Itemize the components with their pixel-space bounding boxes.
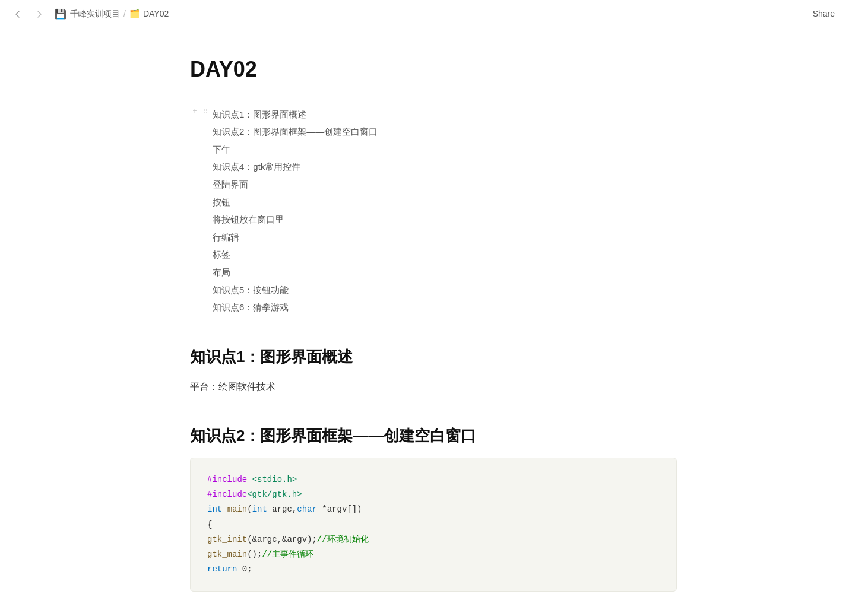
forward-button[interactable] xyxy=(31,6,47,23)
toc-link-5[interactable]: 登陆界面 xyxy=(213,179,248,189)
breadcrumb-current: DAY02 xyxy=(143,7,169,20)
nav-arrows xyxy=(9,6,47,23)
toc-controls-row: + ⠿ 知识点1：图形界面概述 知识点2：图形界面框架——创建空白窗口 下午 知… xyxy=(190,106,677,316)
toc-link-7[interactable]: 将按钮放在窗口里 xyxy=(213,214,284,224)
section-2: 知识点2：图形界面框架——创建空白窗口 #include <stdio.h> #… xyxy=(190,424,677,592)
code-line-8: return 0; xyxy=(207,562,660,577)
toc-add-button[interactable]: + xyxy=(190,107,199,116)
toc-list: 知识点1：图形界面概述 知识点2：图形界面框架——创建空白窗口 下午 知识点4：… xyxy=(213,106,378,316)
breadcrumb-separator: / xyxy=(123,7,126,20)
toc-link-8[interactable]: 行编辑 xyxy=(213,232,239,242)
topbar: 💾 千峰实训项目 / 🗂️ DAY02 Share xyxy=(0,0,849,28)
code-line-4: { xyxy=(207,517,660,532)
toc-item-11: 知识点5：按钮功能 xyxy=(213,281,378,299)
toc-item-9: 标签 xyxy=(213,246,378,263)
toc-link-2[interactable]: 知识点2：图形界面框架——创建空白窗口 xyxy=(213,126,378,136)
breadcrumb: 千峰实训项目 / 🗂️ DAY02 xyxy=(70,7,808,20)
toc-link-4[interactable]: 知识点4：gtk常用控件 xyxy=(213,161,300,172)
toc-item-10: 布局 xyxy=(213,263,378,281)
toc-link-6[interactable]: 按钮 xyxy=(213,197,230,207)
toc-link-3[interactable]: 下午 xyxy=(213,144,230,154)
code-line-1: #include <stdio.h> xyxy=(207,472,660,487)
code-line-2: #include<gtk/gtk.h> xyxy=(207,487,660,502)
toc-item-6: 按钮 xyxy=(213,193,378,211)
back-button[interactable] xyxy=(9,6,26,23)
section-1-heading: 知识点1：图形界面概述 xyxy=(190,345,677,370)
breadcrumb-parent[interactable]: 千峰实训项目 xyxy=(70,7,120,20)
toc-item-4: 知识点4：gtk常用控件 xyxy=(213,158,378,176)
section-1: 知识点1：图形界面概述 平台：绘图软件技术 xyxy=(190,345,677,395)
code-line-7: gtk_main();//主事件循环 xyxy=(207,547,660,562)
code-line-3: int main(int argc,char *argv[]) xyxy=(207,502,660,517)
toc-item-7: 将按钮放在窗口里 xyxy=(213,211,378,228)
share-button[interactable]: Share xyxy=(808,5,840,23)
toc-link-9[interactable]: 标签 xyxy=(213,249,230,259)
toc-link-1[interactable]: 知识点1：图形界面概述 xyxy=(213,109,306,119)
toc-drag-handle[interactable]: ⠿ xyxy=(201,107,210,116)
toc-link-11[interactable]: 知识点5：按钮功能 xyxy=(213,285,289,295)
toc-area: + ⠿ 知识点1：图形界面概述 知识点2：图形界面框架——创建空白窗口 下午 知… xyxy=(190,106,677,316)
code-line-5: gtk_init(&argc,&argv);//环境初始化 xyxy=(207,532,660,547)
code-block-1: #include <stdio.h> #include<gtk/gtk.h> i… xyxy=(190,458,677,592)
toc-controls: + ⠿ xyxy=(190,106,210,116)
toc-item-5: 登陆界面 xyxy=(213,176,378,193)
toc-item-2: 知识点2：图形界面框架——创建空白窗口 xyxy=(213,123,378,141)
toc-link-12[interactable]: 知识点6：猜拳游戏 xyxy=(213,302,289,312)
main-content: DAY02 + ⠿ 知识点1：图形界面概述 知识点2：图形界面框架——创建空白窗… xyxy=(0,28,712,616)
page-title: DAY02 xyxy=(190,52,677,87)
toc-item-1: 知识点1：图形界面概述 xyxy=(213,106,378,123)
section-2-heading: 知识点2：图形界面框架——创建空白窗口 xyxy=(190,424,677,449)
section-1-content: 平台：绘图软件技术 xyxy=(190,379,677,395)
toc-link-10[interactable]: 布局 xyxy=(213,267,230,277)
toc-item-3: 下午 xyxy=(213,141,378,158)
toc-item-8: 行编辑 xyxy=(213,228,378,246)
toc-item-12: 知识点6：猜拳游戏 xyxy=(213,299,378,316)
